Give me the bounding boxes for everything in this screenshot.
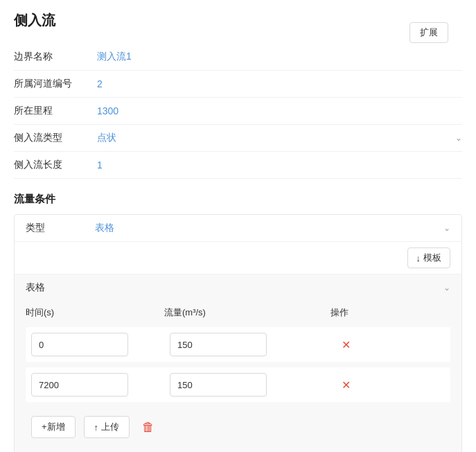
- delete-row-button-1[interactable]: ✕: [336, 376, 356, 394]
- form-row-1: 所属河道编号2: [14, 71, 462, 98]
- time-input-0[interactable]: [31, 333, 128, 356]
- form-value-3[interactable]: 点状⌄: [97, 132, 462, 144]
- page-wrapper: 扩展 侧入流 边界名称测入流1所属河道编号2所在里程1300侧入流类型点状⌄侧入…: [14, 11, 462, 452]
- col-flow-header: 流量(m³/s): [164, 306, 330, 319]
- flow-type-row: 类型 表格 ⌄: [15, 215, 461, 242]
- flow-type-label: 类型: [26, 222, 95, 234]
- table-header-row[interactable]: 表格 ⌄: [15, 275, 461, 301]
- table-chevron-icon: ⌄: [443, 283, 450, 293]
- table-column-header: 时间(s) 流量(m³/s) 操作: [26, 301, 450, 324]
- form-value-2: 1300: [97, 105, 462, 116]
- flow-type-text: 表格: [95, 222, 114, 234]
- page-title: 侧入流: [14, 11, 462, 30]
- delete-row-button-0[interactable]: ✕: [336, 336, 356, 354]
- form-label-3: 侧入流类型: [14, 132, 97, 144]
- form-row-4: 侧入流长度1: [14, 152, 462, 179]
- delete-all-button[interactable]: 🗑: [138, 417, 159, 437]
- flow-condition-section: 类型 表格 ⌄ ↓ 模板 表格 ⌄ 时间(s) 流量(m³/s): [14, 214, 462, 452]
- expand-button[interactable]: 扩展: [409, 22, 448, 43]
- col-action-header: 操作: [330, 306, 450, 319]
- add-row-button[interactable]: +新增: [31, 416, 76, 438]
- upload-button[interactable]: ↑ 上传: [84, 416, 130, 438]
- form-row-0: 边界名称测入流1: [14, 44, 462, 71]
- form-section: 边界名称测入流1所属河道编号2所在里程1300侧入流类型点状⌄侧入流长度1: [14, 44, 462, 179]
- template-btn-label: 模板: [423, 252, 441, 264]
- col-time-header: 时间(s): [26, 306, 164, 319]
- flow-type-chevron-icon: ⌄: [443, 223, 450, 233]
- form-label-4: 侧入流长度: [14, 159, 97, 171]
- template-download-icon: ↓: [416, 253, 421, 263]
- form-value-1: 2: [97, 78, 462, 89]
- template-btn-row: ↓ 模板: [15, 242, 461, 275]
- flow-condition-title: 流量条件: [14, 193, 462, 206]
- form-row-2: 所在里程1300: [14, 98, 462, 125]
- flow-input-0[interactable]: [170, 333, 267, 356]
- table-section: 表格 ⌄ 时间(s) 流量(m³/s) 操作 ✕✕ +新增 ↑ 上传: [15, 275, 461, 452]
- table-header-title: 表格: [26, 281, 443, 294]
- form-value-4: 1: [97, 159, 462, 171]
- form-label-0: 边界名称: [14, 51, 97, 63]
- data-table: 时间(s) 流量(m³/s) 操作 ✕✕ +新增 ↑ 上传 🗑: [15, 301, 461, 452]
- table-row: ✕: [26, 367, 450, 402]
- template-button[interactable]: ↓ 模板: [407, 247, 451, 268]
- chevron-down-icon: ⌄: [455, 133, 462, 143]
- form-row-3: 侧入流类型点状⌄: [14, 125, 462, 152]
- time-input-1[interactable]: [31, 373, 128, 397]
- bottom-buttons: +新增 ↑ 上传 🗑: [26, 408, 450, 444]
- form-value-0: 测入流1: [97, 51, 462, 63]
- flow-input-1[interactable]: [170, 373, 267, 397]
- form-label-2: 所在里程: [14, 105, 97, 117]
- upload-label: 上传: [101, 421, 119, 433]
- table-row: ✕: [26, 327, 450, 362]
- form-label-1: 所属河道编号: [14, 78, 97, 90]
- upload-icon: ↑: [94, 422, 99, 433]
- flow-type-value[interactable]: 表格 ⌄: [95, 222, 450, 234]
